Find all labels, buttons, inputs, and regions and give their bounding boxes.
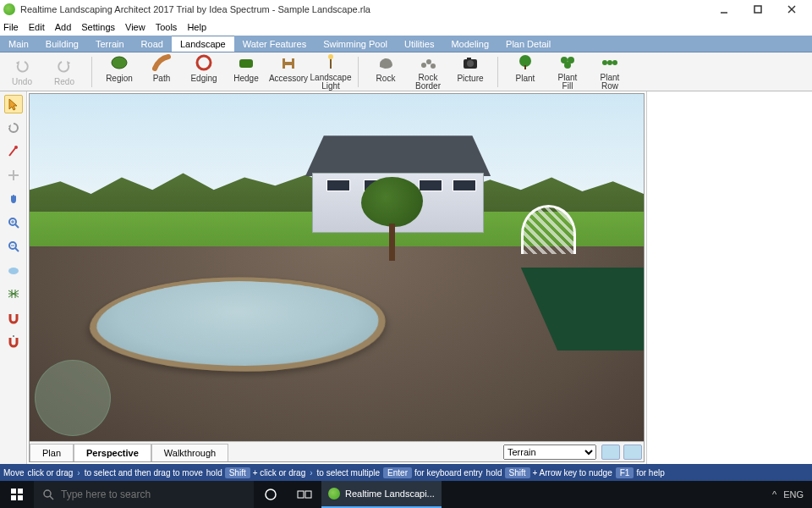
menu-help[interactable]: Help [187, 22, 206, 32]
view-tab-walkthrough[interactable]: Walkthrough [151, 444, 228, 461]
rotate-tool[interactable] [4, 119, 23, 137]
path-button[interactable]: Path [145, 53, 178, 91]
svg-rect-39 [11, 495, 16, 500]
plant-icon [516, 53, 535, 72]
tray-chevron-icon[interactable]: ^ [772, 489, 776, 500]
menu-view[interactable]: View [125, 22, 145, 32]
undo-button[interactable]: Undo [5, 57, 39, 86]
svg-rect-45 [305, 491, 311, 498]
snap-tool[interactable] [4, 308, 23, 327]
svg-point-41 [44, 490, 51, 497]
layer-select[interactable]: Terrain [503, 444, 596, 460]
navigation-gizmo[interactable] [35, 360, 111, 436]
menu-edit[interactable]: Edit [29, 22, 45, 32]
plant-button[interactable]: Plant [508, 53, 542, 91]
close-button[interactable] [775, 0, 809, 19]
shift-key-hint: Shift [225, 467, 250, 478]
tab-terrain[interactable]: Terrain [87, 36, 133, 52]
plant-fill-button[interactable]: Plant Fill [551, 53, 584, 91]
search-input[interactable] [61, 489, 245, 500]
zoom-in-tool[interactable] [4, 213, 23, 232]
tray-language[interactable]: ENG [783, 489, 804, 500]
menubar: File Edit Add Settings View Tools Help [0, 19, 812, 36]
zoom-out-tool[interactable] [4, 237, 23, 256]
start-button[interactable] [0, 481, 34, 508]
cortana-button[interactable] [254, 481, 288, 508]
redo-button[interactable]: Redo [47, 57, 81, 86]
rock-button[interactable]: Rock [369, 53, 403, 91]
rock-icon [376, 53, 395, 72]
svg-rect-44 [298, 491, 304, 498]
layer-visibility-button[interactable] [601, 444, 620, 460]
tab-plan-detail[interactable]: Plan Detail [497, 36, 559, 52]
camera-icon [461, 53, 480, 72]
select-tool[interactable] [4, 95, 23, 113]
svg-point-19 [519, 55, 531, 67]
redo-icon [55, 57, 74, 75]
svg-point-26 [612, 60, 617, 65]
zoom-extents-tool[interactable] [4, 261, 23, 279]
tab-landscape[interactable]: Landscape [172, 36, 234, 52]
taskbar-app-realtime[interactable]: Realtime Landscapi... [321, 481, 442, 508]
picture-button[interactable]: Picture [453, 53, 487, 91]
svg-point-15 [431, 64, 436, 69]
view-tab-perspective[interactable]: Perspective [74, 444, 151, 461]
system-tray[interactable]: ^ ENG [764, 489, 812, 500]
landscape-light-button[interactable]: Landscape Light [314, 53, 348, 91]
svg-point-27 [14, 146, 18, 149]
svg-point-36 [13, 335, 14, 337]
tab-swimming-pool[interactable]: Swimming Pool [315, 36, 396, 52]
pan-tool[interactable] [4, 190, 23, 208]
region-icon [110, 53, 129, 72]
svg-rect-20 [524, 65, 526, 69]
viewport-3d[interactable] [30, 94, 644, 441]
enter-key-hint: Enter [383, 467, 412, 478]
svg-point-35 [8, 268, 19, 274]
viewport-container: Plan Perspective Walkthrough Terrain [29, 93, 645, 462]
maximize-button[interactable] [741, 0, 775, 19]
rock-border-button[interactable]: Rock Border [411, 53, 445, 91]
left-toolbar [0, 91, 27, 464]
move-tool[interactable] [4, 166, 23, 185]
menu-tools[interactable]: Tools [156, 22, 178, 32]
tab-modeling[interactable]: Modeling [442, 36, 497, 52]
svg-rect-1 [754, 6, 761, 13]
window-title: Realtime Landscaping Architect 2017 Tria… [20, 4, 370, 14]
svg-point-24 [602, 60, 607, 65]
tab-road[interactable]: Road [133, 36, 172, 52]
hedge-button[interactable]: Hedge [229, 53, 263, 91]
ribbon-tabs: Main Building Terrain Road Landscape Wat… [0, 36, 812, 52]
app-icon [3, 3, 15, 15]
snap-grid-tool[interactable] [4, 332, 23, 351]
plant-row-button[interactable]: Plant Row [593, 53, 627, 91]
view-tab-plan[interactable]: Plan [30, 444, 74, 461]
svg-rect-10 [292, 58, 294, 69]
edit-points-tool[interactable] [4, 142, 23, 161]
minimize-button[interactable] [707, 0, 741, 19]
menu-add[interactable]: Add [55, 22, 72, 32]
layer-edit-button[interactable] [623, 444, 642, 460]
tab-building[interactable]: Building [37, 36, 87, 52]
svg-rect-7 [239, 59, 253, 68]
plant-row-icon [601, 53, 619, 72]
ribbon-toolbar: Undo Redo Region Path Edging Hedge Acces… [0, 52, 812, 91]
tab-utilities[interactable]: Utilities [396, 36, 442, 52]
menu-settings[interactable]: Settings [81, 22, 115, 32]
app-icon [328, 488, 340, 500]
tab-water-features[interactable]: Water Features [234, 36, 315, 52]
task-view-button[interactable] [288, 481, 321, 508]
accessory-button[interactable]: Accessory [272, 53, 305, 91]
grid-tool[interactable] [4, 284, 23, 303]
tab-main[interactable]: Main [0, 36, 37, 52]
taskbar-search[interactable] [34, 481, 254, 508]
svg-point-43 [266, 489, 276, 500]
region-button[interactable]: Region [102, 53, 136, 91]
svg-line-33 [15, 248, 19, 251]
menu-file[interactable]: File [3, 22, 19, 32]
edging-button[interactable]: Edging [187, 53, 221, 91]
status-mode: Move [3, 468, 24, 478]
f1-key-hint: F1 [616, 467, 634, 478]
svg-rect-9 [283, 58, 285, 69]
properties-panel [646, 91, 812, 464]
rock-border-icon [419, 53, 437, 72]
